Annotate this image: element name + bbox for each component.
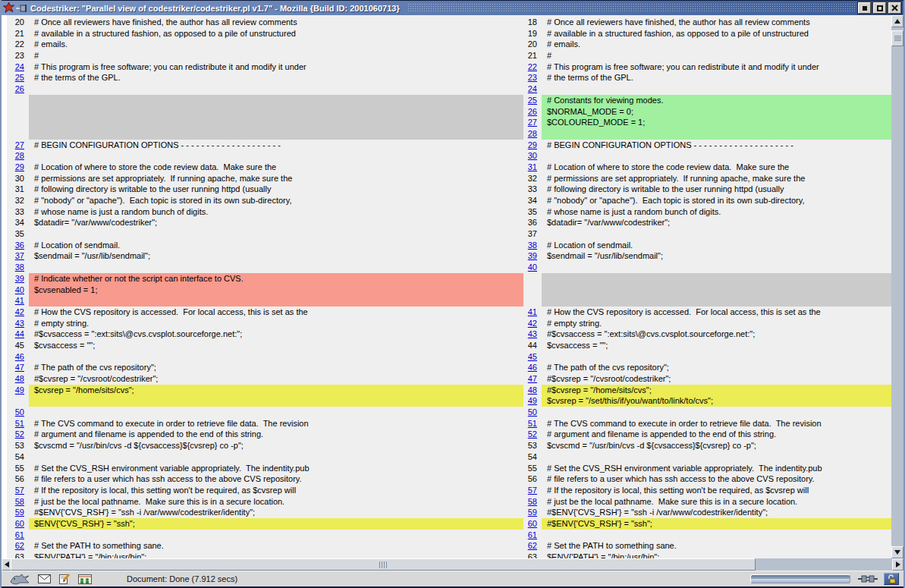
right-line-number[interactable]: 48 <box>523 385 542 396</box>
right-line-number[interactable]: 51 <box>523 418 542 429</box>
left-code-line: # Set the CVS_RSH environment variable a… <box>29 463 523 474</box>
left-code-line: #$ENV{'CVS_RSH'} = "ssh -i /var/www/code… <box>29 507 523 518</box>
right-line-number[interactable]: 52 <box>523 429 542 440</box>
diff-row: 37 $sendmail = "/usr/lib/sendmail"; 39 $… <box>7 250 891 262</box>
right-line-number[interactable]: 61 <box>523 530 542 541</box>
right-line-number[interactable]: 39 <box>523 250 542 262</box>
address-book-icon[interactable] <box>78 574 92 584</box>
arrow-right-icon <box>896 561 900 568</box>
diff-row: 47 # The path of the cvs repository"; 46… <box>7 362 891 373</box>
diff-row: 53 $cvscmd = "/usr/bin/cvs -d ${cvsacces… <box>7 440 891 451</box>
right-line-number[interactable]: 57 <box>523 485 542 496</box>
right-line-number[interactable]: 47 <box>523 373 542 385</box>
right-code-line <box>542 451 891 463</box>
left-line-number[interactable]: 49 <box>7 385 29 396</box>
left-line-number[interactable]: 37 <box>7 250 29 262</box>
navigator-lizard-icon[interactable] <box>9 573 30 585</box>
diff-row: 60 $ENV{'CVS_RSH'} = "ssh"; 60 #$ENV{'CV… <box>7 518 891 530</box>
left-line-number[interactable]: 50 <box>7 407 29 418</box>
left-line-number[interactable]: 26 <box>7 83 29 95</box>
right-line-number[interactable]: 27 <box>523 117 542 128</box>
right-line-number[interactable]: 31 <box>523 162 542 173</box>
left-code-line: $ENV{'CVS_RSH'} = "ssh"; <box>29 518 523 530</box>
right-line-number[interactable]: 30 <box>523 150 542 162</box>
online-plug-icon[interactable] <box>858 574 878 583</box>
left-line-number[interactable]: 29 <box>7 162 29 173</box>
right-line-number[interactable]: 42 <box>523 318 542 329</box>
left-line-number[interactable]: 44 <box>7 329 29 340</box>
left-line-number[interactable]: 58 <box>7 496 29 508</box>
left-line-number[interactable]: 61 <box>7 530 29 541</box>
right-line-number[interactable]: 50 <box>523 407 542 418</box>
left-code-line: # empty string. <box>29 318 523 329</box>
right-line-number[interactable]: 43 <box>523 329 542 340</box>
right-line-number[interactable]: 29 <box>523 140 542 151</box>
mozilla-star-icon <box>2 2 15 15</box>
left-line-number[interactable]: 60 <box>7 518 29 530</box>
left-line-number[interactable]: 57 <box>7 485 29 496</box>
horizontal-scrollbar[interactable] <box>2 558 903 571</box>
left-line-number[interactable]: 43 <box>7 318 29 329</box>
right-code-line: # just be the local pathname. Make sure … <box>542 496 891 508</box>
left-line-number: 33 <box>7 206 29 218</box>
right-line-number[interactable]: 59 <box>523 507 542 518</box>
left-line-number[interactable]: 39 <box>7 273 29 285</box>
left-line-number[interactable]: 52 <box>7 429 29 440</box>
right-line-number[interactable]: 62 <box>523 540 542 552</box>
right-line-number[interactable]: 22 <box>523 61 542 73</box>
right-line-number[interactable]: 60 <box>523 518 542 530</box>
vertical-scrollbar-thumb[interactable] <box>891 30 903 46</box>
security-lock-button[interactable] <box>884 573 899 585</box>
left-line-number[interactable]: 41 <box>7 295 29 307</box>
minimize-button[interactable] <box>858 2 871 14</box>
left-line-number[interactable]: 24 <box>7 61 29 73</box>
diff-row: 59 #$ENV{'CVS_RSH'} = "ssh -i /var/www/c… <box>7 507 891 518</box>
right-code-line: # Constants for viewing modes. <box>542 95 891 106</box>
right-line-number[interactable]: 26 <box>523 106 542 118</box>
right-line-number: 44 <box>523 340 542 351</box>
left-line-number[interactable]: 38 <box>7 262 29 273</box>
diff-row: 35 37 <box>7 228 891 240</box>
left-line-number[interactable]: 42 <box>7 307 29 318</box>
left-line-number[interactable]: 51 <box>7 418 29 429</box>
composer-icon[interactable] <box>58 574 71 584</box>
left-line-number[interactable]: 40 <box>7 285 29 296</box>
maximize-button[interactable] <box>873 2 886 14</box>
left-line-number[interactable]: 36 <box>7 240 29 251</box>
left-line-number[interactable]: 59 <box>7 507 29 518</box>
left-line-number: 20 <box>7 17 29 28</box>
horizontal-scrollbar-thumb[interactable] <box>11 558 756 571</box>
right-code-line: #$cvsaccess = ":ext:sits\@cvs.cvsplot.so… <box>542 329 891 340</box>
left-line-number[interactable]: 28 <box>7 150 29 162</box>
mail-icon[interactable] <box>38 574 51 583</box>
left-line-number[interactable]: 25 <box>7 72 29 83</box>
right-line-number[interactable]: 28 <box>523 128 542 140</box>
right-line-number[interactable]: 38 <box>523 240 542 251</box>
window-pin-icon[interactable] <box>15 2 29 15</box>
scroll-up-button[interactable] <box>891 15 903 27</box>
diff-row: 29 # Location of where to store the code… <box>7 162 891 173</box>
right-line-number[interactable]: 23 <box>523 72 542 83</box>
titlebar[interactable]: Codestriker: "Parallel view of codestrik… <box>2 0 903 15</box>
right-line-number[interactable]: 49 <box>523 395 542 407</box>
left-line-number[interactable]: 62 <box>7 540 29 552</box>
left-line-number[interactable]: 48 <box>7 373 29 385</box>
left-line-number[interactable]: 27 <box>7 140 29 151</box>
right-code-line: $cvsaccess = ""; <box>542 340 891 351</box>
left-line-number[interactable]: 47 <box>7 362 29 373</box>
right-line-number[interactable]: 25 <box>523 95 542 106</box>
vertical-scrollbar[interactable] <box>891 15 903 558</box>
thumb-grip-icon <box>894 36 901 41</box>
right-line-number[interactable]: 24 <box>523 83 542 95</box>
right-line-number[interactable]: 46 <box>523 362 542 373</box>
diff-row: 23 # 21 # <box>7 50 891 61</box>
right-line-number[interactable]: 41 <box>523 307 542 318</box>
scroll-right-button[interactable] <box>892 558 903 571</box>
left-code-line <box>29 95 523 106</box>
right-line-number[interactable]: 58 <box>523 496 542 508</box>
right-line-number[interactable]: 40 <box>523 262 542 273</box>
scroll-down-button[interactable] <box>891 546 903 558</box>
right-line-number[interactable]: 45 <box>523 351 542 363</box>
close-button[interactable] <box>888 2 901 14</box>
left-line-number[interactable]: 46 <box>7 351 29 363</box>
